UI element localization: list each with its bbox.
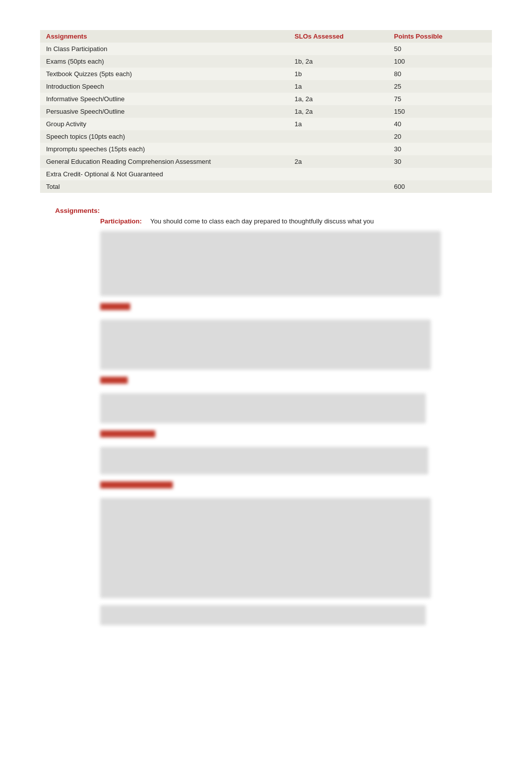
blurred-continuation [55,605,492,625]
assignment-name: Textbook Quizzes (5pts each) [40,68,289,80]
blurred-speech-section [55,481,492,598]
assignment-name: Speech topics (10pts each) [40,130,289,143]
slo-value [289,43,388,55]
table-row: General Education Reading Comprehension … [40,155,492,168]
assignment-name: Introduction Speech [40,80,289,93]
points-value: 600 [388,180,492,193]
slo-value: 1b [289,68,388,80]
points-value: 30 [388,155,492,168]
blurred-exams-label [100,303,130,310]
slo-value: 2a [289,155,388,168]
points-value: 30 [388,143,492,155]
participation-line: Participation: You should come to class … [55,217,492,225]
table-row: Speech topics (10pts each)20 [40,130,492,143]
points-value: 75 [388,93,492,105]
assignment-name: Persuasive Speech/Outline [40,105,289,118]
points-value: 80 [388,68,492,80]
slo-value: 1a, 2a [289,93,388,105]
table-row: In Class Participation50 [40,43,492,55]
col-header-slo: SLOs Assessed [289,30,388,43]
blurred-participation-block [100,231,441,296]
assignment-name: In Class Participation [40,43,289,55]
blurred-quizzes-block [100,393,426,423]
table-row: Introduction Speech1a25 [40,80,492,93]
slo-value: 1a, 2a [289,105,388,118]
table-row: Persuasive Speech/Outline1a, 2a150 [40,105,492,118]
col-header-points: Points Possible [388,30,492,43]
blurred-exams-section [55,303,492,370]
table-row: Extra Credit- Optional & Not Guaranteed [40,168,492,180]
assignments-section: Assignments: Participation: You should c… [40,207,492,625]
assignments-heading: Assignments: [55,207,492,214]
assignment-name: Extra Credit- Optional & Not Guaranteed [40,168,289,180]
table-row: Informative Speech/Outline1a, 2a75 [40,93,492,105]
slo-value [289,180,388,193]
table-row: Total600 [40,180,492,193]
participation-text: You should come to class each day prepar… [150,217,374,225]
points-value: 20 [388,130,492,143]
blurred-speech-label [100,481,173,488]
table-row: Textbook Quizzes (5pts each)1b80 [40,68,492,80]
assignment-name: Informative Speech/Outline [40,93,289,105]
blurred-quizzes-label [100,377,128,384]
points-value [388,168,492,180]
assignment-name: General Education Reading Comprehension … [40,155,289,168]
blurred-intro-block [100,447,428,474]
points-value: 150 [388,105,492,118]
blurred-quizzes-section [55,377,492,423]
blurred-intro-label [100,430,155,437]
table-row: Impromptu speeches (15pts each)30 [40,143,492,155]
assignment-name: Group Activity [40,118,289,130]
points-value: 25 [388,80,492,93]
table-row: Exams (50pts each)1b, 2a100 [40,55,492,68]
blurred-speech-block [100,498,431,598]
slo-value: 1a [289,118,388,130]
blurred-intro-speech-section [55,430,492,474]
slo-value: 1b, 2a [289,55,388,68]
points-value: 100 [388,55,492,68]
col-header-assignment: Assignments [40,30,289,43]
participation-label: Participation: [100,217,150,225]
slo-value [289,168,388,180]
points-value: 50 [388,43,492,55]
table-row: Group Activity1a40 [40,118,492,130]
assignment-name: Impromptu speeches (15pts each) [40,143,289,155]
slo-value [289,143,388,155]
slo-value [289,130,388,143]
assignments-table: Assignments SLOs Assessed Points Possibl… [40,30,492,193]
points-value: 40 [388,118,492,130]
blurred-continuation-block [100,605,426,625]
blurred-exams-block [100,320,431,370]
assignment-name: Exams (50pts each) [40,55,289,68]
assignment-name: Total [40,180,289,193]
slo-value: 1a [289,80,388,93]
